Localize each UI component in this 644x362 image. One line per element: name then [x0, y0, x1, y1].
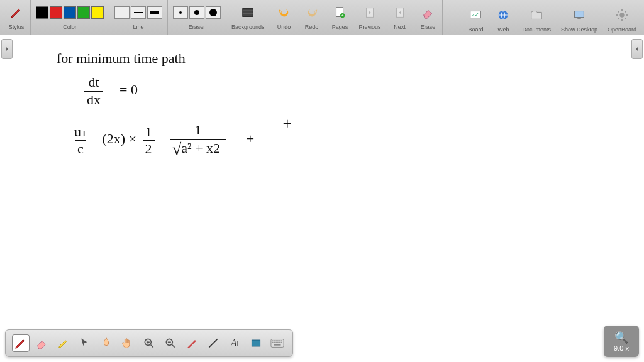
select-tool[interactable]	[97, 334, 115, 352]
undo-button[interactable]	[275, 4, 293, 21]
highlighter-tool[interactable]	[55, 334, 72, 352]
openboard-button[interactable]	[613, 6, 631, 24]
board-label: Board	[468, 26, 483, 33]
svg-line-17	[618, 11, 619, 12]
svg-rect-37	[272, 342, 274, 343]
web-button[interactable]	[494, 6, 512, 24]
text-tool[interactable]: AI	[226, 334, 243, 352]
svg-line-28	[209, 339, 217, 347]
color-yellow[interactable]	[91, 6, 104, 19]
web-group: Web	[489, 3, 517, 33]
eraser-large[interactable]	[206, 6, 221, 19]
erase-button[interactable]	[419, 4, 437, 21]
pages-group: + Pages	[326, 0, 354, 35]
svg-rect-39	[275, 342, 277, 343]
capture-tool[interactable]	[247, 334, 265, 352]
line-tool[interactable]	[204, 334, 222, 352]
right-tool-cluster: Board Web Documents Show Desktop OpenBoa…	[462, 3, 641, 33]
undo-label: Undo	[277, 24, 291, 30]
pages-label: Pages	[332, 24, 348, 30]
svg-text:+: +	[341, 13, 343, 18]
svg-line-18	[625, 18, 626, 19]
next-group: Next	[386, 0, 414, 35]
eraser-small[interactable]	[173, 6, 188, 19]
pen-tool[interactable]	[12, 334, 30, 352]
svg-rect-36	[281, 340, 282, 341]
hw-frac-u1c: u₁ c	[72, 124, 89, 158]
handwritten-content: for minimum time path dt dx = 0 u₁ c (2x…	[57, 50, 267, 165]
svg-rect-35	[279, 340, 280, 341]
hw-frac-dtdx: dt dx	[84, 74, 103, 108]
line-group: Line	[109, 0, 168, 35]
zoom-indicator[interactable]: 🔍 9.0 x	[604, 326, 639, 357]
line-med[interactable]	[131, 6, 146, 19]
backgrounds-group: Backgrounds	[226, 0, 270, 35]
svg-rect-10	[575, 11, 584, 17]
svg-point-12	[619, 13, 624, 17]
pages-button[interactable]: +	[331, 4, 349, 21]
keyboard-tool[interactable]	[269, 334, 286, 352]
eraser-tool[interactable]	[33, 334, 51, 352]
zoomout-tool[interactable]	[162, 334, 179, 352]
svg-rect-11	[577, 18, 581, 19]
svg-rect-41	[279, 342, 280, 343]
laser-tool[interactable]	[183, 334, 201, 352]
next-label: Next	[394, 24, 406, 30]
line-label: Line	[133, 24, 143, 30]
showdesktop-group: Show Desktop	[556, 3, 602, 33]
showdesktop-label: Show Desktop	[561, 26, 597, 33]
whiteboard-canvas[interactable]: for minimum time path dt dx = 0 u₁ c (2x…	[0, 35, 644, 362]
hw-sqrt: √ a² + x2	[172, 140, 224, 159]
board-group: Board	[462, 3, 489, 33]
stylus-icon[interactable]	[8, 4, 25, 21]
board-button[interactable]	[467, 6, 484, 24]
svg-line-20	[625, 11, 626, 12]
eraser-med[interactable]	[189, 6, 204, 19]
color-green[interactable]	[77, 6, 90, 19]
color-red[interactable]	[50, 6, 62, 19]
svg-line-19	[618, 18, 619, 19]
openboard-group: OpenBoard	[602, 3, 641, 33]
hw-eq1-rhs: = 0	[119, 82, 138, 97]
svg-rect-43	[274, 344, 281, 346]
line-thick[interactable]	[147, 6, 162, 19]
stylus-group: Stylus	[3, 0, 31, 35]
bottom-toolbar: AI	[5, 329, 293, 357]
openboard-label: OpenBoard	[608, 26, 636, 33]
pointer-tool[interactable]	[76, 334, 94, 352]
svg-rect-34	[277, 340, 279, 341]
backgrounds-icon[interactable]	[239, 4, 257, 21]
undo-group: Undo	[270, 0, 298, 35]
svg-line-22	[151, 345, 153, 348]
redo-group: Redo	[298, 0, 326, 35]
next-button[interactable]	[391, 4, 409, 21]
top-toolbar: Stylus Color Line Eraser	[0, 0, 644, 35]
erase-group: Erase	[414, 0, 443, 35]
documents-group: Documents	[517, 3, 556, 33]
svg-rect-29	[252, 340, 260, 346]
showdesktop-button[interactable]	[570, 6, 588, 24]
color-group: Color	[31, 0, 109, 35]
previous-button[interactable]	[361, 4, 379, 21]
eraser-group: Eraser	[168, 0, 226, 35]
hw-2x: (2x) ×	[103, 131, 137, 147]
left-panel-toggle[interactable]	[1, 39, 13, 59]
color-black[interactable]	[36, 6, 48, 19]
hand-tool[interactable]	[119, 334, 136, 352]
web-label: Web	[497, 26, 509, 33]
backgrounds-label: Backgrounds	[231, 24, 265, 30]
stylus-label: Stylus	[9, 24, 25, 30]
hw-line-1: for minimum time path	[57, 50, 267, 67]
svg-rect-40	[277, 342, 279, 343]
right-panel-toggle[interactable]	[631, 39, 643, 59]
svg-rect-8	[470, 11, 481, 18]
documents-button[interactable]	[528, 6, 545, 24]
hw-frac-invsqrt: 1 √ a² + x2	[170, 122, 226, 159]
zoomin-tool[interactable]	[140, 334, 158, 352]
color-blue[interactable]	[64, 6, 76, 19]
previous-label: Previous	[359, 24, 381, 30]
zoom-value: 9.0 x	[614, 344, 629, 352]
line-thin[interactable]	[114, 6, 130, 19]
eraser-label: Eraser	[189, 24, 206, 30]
redo-button[interactable]	[303, 4, 321, 21]
